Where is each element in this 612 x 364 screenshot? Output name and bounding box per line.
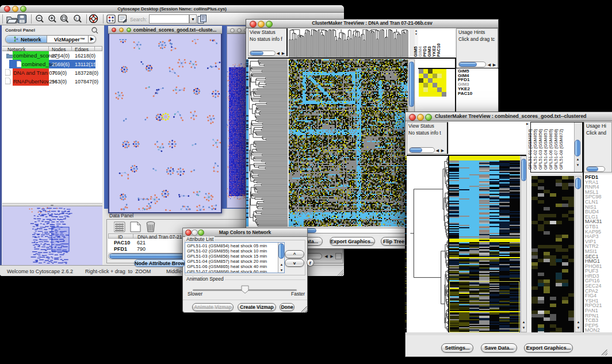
svg-text:1:1: 1:1 [75, 17, 80, 20]
